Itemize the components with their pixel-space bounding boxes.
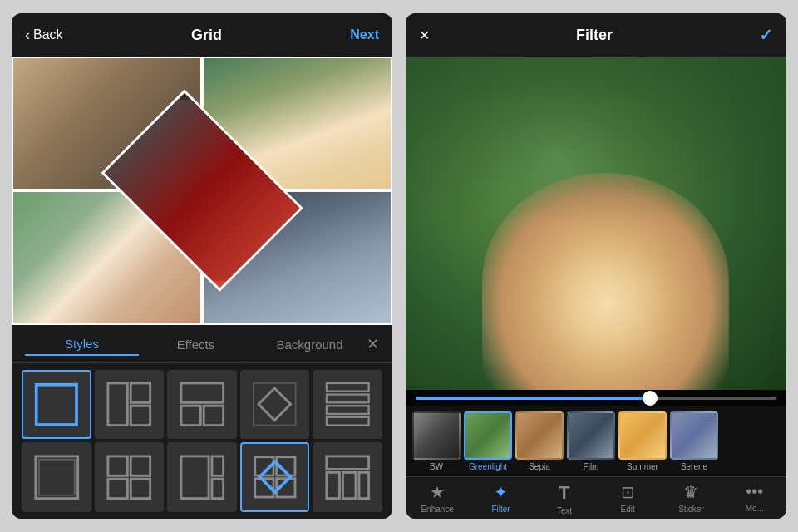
style-tabs: Styles Effects Background ✕ [12,325,392,363]
grid-style-3[interactable] [167,370,237,440]
svg-rect-18 [131,479,150,498]
nav-label-edit: Edit [621,505,635,514]
right-panel: ✕ Filter ✓ BW Greenlight Sepia Film [406,13,786,519]
tab-background[interactable]: Background [253,334,367,355]
close-toolbar-button[interactable]: ✕ [367,335,379,353]
intensity-slider[interactable] [416,397,776,400]
svg-rect-3 [131,406,150,426]
filter-label-greenlight: Greenlight [469,462,507,471]
grid-style-9[interactable] [240,442,310,512]
nav-filter[interactable]: ✦ Filter [469,482,532,515]
grid-style-10[interactable] [313,442,382,512]
filter-thumb-film [567,411,615,460]
back-label: Back [33,27,63,42]
nav-label-filter: Filter [491,505,510,514]
svg-rect-28 [327,472,340,498]
grid-styles-row [12,363,392,519]
svg-rect-2 [131,383,150,402]
filter-title: Filter [576,27,613,44]
svg-rect-20 [212,456,224,475]
sticker-icon: ♛ [683,482,698,502]
filter-serene[interactable]: Serene [670,411,718,471]
filter-label-bw: BW [430,462,443,471]
filter-photo [406,57,786,390]
filter-greenlight[interactable]: Greenlight [464,411,512,471]
svg-rect-30 [359,472,369,498]
filter-label-summer: Summer [627,462,658,471]
close-filter-button[interactable]: ✕ [419,27,430,43]
right-header: ✕ Filter ✓ [406,13,786,57]
svg-rect-10 [327,395,369,403]
left-panel: ‹ Back Grid Next Styles Effects Backgrou… [12,13,392,519]
grid-style-1[interactable] [22,370,91,440]
svg-rect-9 [327,383,369,392]
nav-enhance[interactable]: ★ Enhance [406,482,469,515]
slider-thumb[interactable] [643,391,658,406]
svg-rect-26 [259,462,290,493]
grid-style-6[interactable] [22,442,91,512]
text-icon: T [559,482,569,504]
filter-thumb-serene [670,411,718,460]
bottom-toolbar: Styles Effects Background ✕ [12,325,392,519]
filter-thumb-summer [618,411,667,460]
filter-sepia[interactable]: Sepia [515,411,564,471]
grid-style-8[interactable] [167,442,237,512]
collage-area [12,57,392,325]
preview-image [406,57,786,390]
svg-rect-15 [108,456,127,475]
filter-presets-row: BW Greenlight Sepia Film Summer Serene [406,406,786,476]
svg-rect-4 [181,383,224,402]
filter-slider-row [406,390,786,406]
filter-bw[interactable]: BW [412,411,461,471]
bottom-nav: ★ Enhance ✦ Filter T Text ⊡ Edit ♛ Stick… [406,476,786,519]
enhance-icon: ★ [430,482,445,502]
grid-style-4[interactable] [240,370,310,440]
filter-thumb-bw [412,411,461,460]
confirm-button[interactable]: ✓ [759,25,773,45]
tab-effects[interactable]: Effects [139,334,253,355]
svg-rect-6 [204,406,223,426]
nav-label-enhance: Enhance [421,505,453,514]
filter-summer[interactable]: Summer [618,411,667,471]
filter-thumb-greenlight [464,411,512,460]
slider-fill [416,397,650,400]
svg-rect-11 [327,406,369,415]
edit-icon: ⊡ [621,482,635,502]
next-button[interactable]: Next [350,27,379,42]
left-header: ‹ Back Grid Next [12,13,392,57]
nav-label-text: Text [557,506,572,515]
filter-icon: ✦ [494,482,508,502]
svg-rect-14 [38,460,74,495]
filter-film[interactable]: Film [567,411,615,471]
svg-rect-12 [327,417,369,426]
svg-rect-29 [342,472,356,498]
nav-label-more: Mo... [746,504,764,513]
nav-text[interactable]: T Text [533,482,596,515]
svg-rect-21 [212,479,224,498]
collage-grid [12,57,392,325]
svg-rect-1 [108,383,127,426]
svg-rect-16 [131,456,150,475]
svg-rect-27 [327,456,369,470]
svg-rect-17 [108,479,127,498]
more-icon: ••• [746,482,763,501]
svg-rect-5 [181,406,200,426]
filter-label-film: Film [584,462,599,471]
filter-label-serene: Serene [681,462,707,471]
nav-label-sticker: Sticker [678,505,704,514]
svg-rect-13 [35,456,77,499]
svg-rect-19 [181,456,209,499]
grid-style-5[interactable] [313,370,382,440]
nav-edit[interactable]: ⊡ Edit [596,482,659,515]
back-button[interactable]: ‹ Back [25,27,63,44]
filter-thumb-sepia [515,411,564,460]
tab-styles[interactable]: Styles [25,333,139,356]
filter-label-sepia: Sepia [529,462,550,471]
svg-rect-0 [37,384,76,424]
grid-style-2[interactable] [95,370,165,440]
nav-more[interactable]: ••• Mo... [723,482,786,515]
svg-rect-7 [259,388,291,421]
grid-style-7[interactable] [95,442,165,512]
page-title: Grid [191,27,222,44]
nav-sticker[interactable]: ♛ Sticker [659,482,722,515]
